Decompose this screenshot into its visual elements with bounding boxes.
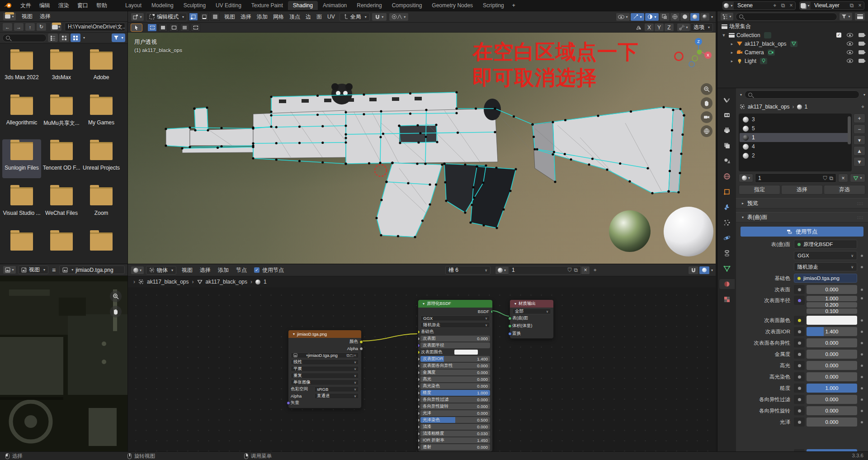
colorspace-dropdown[interactable]: sRGB∨ [314, 386, 359, 392]
unlink-button[interactable]: × [581, 266, 590, 275]
assign-button[interactable]: 指定 [739, 185, 780, 194]
folder-tile[interactable]: Zoom [82, 185, 121, 223]
workspace-tab[interactable]: Layout [120, 1, 146, 10]
select-box-invert-button[interactable] [180, 24, 189, 32]
viewport-menu-item[interactable]: 网格 [270, 12, 287, 22]
topbar-menu-item[interactable]: 文件 [16, 1, 35, 10]
viewport-menu-item[interactable]: 添加 [254, 12, 270, 22]
keyframe-dot[interactable] [859, 421, 864, 423]
select-box-intersect-button[interactable] [191, 24, 200, 32]
outliner-item[interactable]: ▸ Camera ✓ [717, 48, 868, 57]
back-button[interactable]: ← [2, 23, 13, 31]
keyframe-dot[interactable] [859, 365, 864, 367]
preview-section-header[interactable]: ▸预览:::: [736, 198, 868, 209]
output-node-header[interactable]: ▾材质输出 [510, 300, 553, 308]
input-field[interactable]: 糙度 1.000 [420, 390, 490, 396]
viewport-menu-item[interactable]: 边 [303, 12, 314, 22]
tab-physics[interactable] [719, 233, 735, 243]
hide-render-icon[interactable] [859, 42, 864, 46]
value-slider[interactable]: 0.000 [807, 350, 857, 359]
input-socket[interactable] [508, 317, 512, 320]
socket-indicator[interactable] [794, 395, 805, 404]
file-browser-menu-item[interactable]: 选择 [36, 12, 54, 21]
image-pan-button[interactable] [110, 306, 122, 318]
overlays-toggle[interactable]: ▾ [645, 13, 659, 21]
tab-material[interactable] [719, 279, 735, 289]
slot-dropdown[interactable]: 槽 6∨ [445, 266, 491, 275]
use-nodes-button[interactable]: 使用节点 [741, 227, 863, 237]
input-socket[interactable] [418, 384, 420, 388]
folder-tile[interactable]: WeChat Files [42, 185, 81, 223]
image-zoom-button[interactable] [110, 290, 122, 302]
input-socket[interactable] [418, 405, 420, 408]
hide-render-icon[interactable] [859, 50, 864, 54]
folder-tile[interactable]: Sunlogin Files [2, 139, 41, 178]
socket-indicator[interactable] [794, 285, 805, 294]
viewport-canvas[interactable]: 用户透视 (1) ak117_black_ops 在空白区域点一下 即可取消选择… [128, 33, 716, 264]
material-output-node[interactable]: ▾材质输出 全部∨ 表(曲)面 体积(体量) [509, 299, 554, 339]
bsdf-output-socket[interactable] [491, 310, 493, 313]
folder-tile[interactable] [82, 230, 121, 264]
camera-view-button[interactable] [701, 111, 712, 123]
input-field[interactable]: 光泽染色 0.500 [420, 417, 490, 423]
shader-menu-item[interactable]: 选择 [196, 266, 214, 275]
hide-viewport-icon[interactable] [847, 50, 853, 54]
tab-particles[interactable] [719, 218, 735, 228]
keyframe-dot[interactable] [859, 331, 864, 333]
value-slider[interactable]: 0.000 [807, 406, 857, 415]
slot-move-down-button[interactable]: ▼ [854, 157, 865, 166]
surface-section-header[interactable]: ▾表(曲)面:::: [736, 212, 868, 223]
socket-indicator[interactable] [794, 361, 805, 370]
workspace-tab[interactable]: Modeling [146, 1, 179, 10]
edge-select-button[interactable] [200, 13, 209, 21]
copy-icon[interactable]: ⧉ [346, 353, 349, 358]
breadcrumb-mesh[interactable]: ak117_black_ops [206, 279, 248, 285]
tab-tool[interactable] [719, 95, 735, 104]
copy-icon[interactable]: ⧉ [829, 175, 833, 181]
workspace-tab[interactable]: Texture Paint [246, 1, 288, 10]
pin-icon[interactable]: ⌖ [861, 104, 864, 110]
tab-world[interactable] [719, 171, 735, 181]
active-tool-button[interactable] [131, 24, 142, 32]
input-socket[interactable] [418, 446, 420, 449]
target-dropdown[interactable]: 全部∨ [512, 308, 551, 314]
mirror-y-button[interactable]: Y [654, 23, 664, 32]
breadcrumb-material[interactable]: 1 [264, 279, 267, 285]
workspace-tab[interactable]: Animation [318, 1, 352, 10]
shader-type-dropdown[interactable]: 物体▾ [146, 266, 176, 275]
keyframe-dot[interactable] [859, 410, 864, 412]
input-socket[interactable] [418, 412, 420, 415]
select-box-subtract-button[interactable] [169, 24, 179, 32]
input-field[interactable]: 次表面 0.000 [420, 336, 490, 341]
zoom-button[interactable] [701, 83, 712, 95]
up-button[interactable]: ↑ [25, 23, 35, 31]
hide-viewport-icon[interactable] [847, 33, 853, 37]
options-dropdown[interactable]: 选项▾ [690, 23, 713, 32]
folder-tile[interactable]: 3ds Max 2022 [2, 49, 41, 88]
folder-tile[interactable]: Visual Studio ... [2, 185, 41, 223]
node-dropdown[interactable]: 重复∨ [291, 373, 359, 379]
folder-tile[interactable]: 3dsMax [42, 49, 81, 88]
breadcrumb-object[interactable]: ak117_black_ops [147, 279, 189, 285]
outliner-filter-button[interactable]: ▾ [839, 12, 853, 21]
input-field[interactable]: 各向异性过滤 0.000 [420, 397, 490, 403]
workspace-tab[interactable]: + [509, 1, 519, 10]
file-search-input[interactable] [2, 34, 47, 42]
refresh-button[interactable]: ↻ [36, 23, 47, 31]
input-socket[interactable] [418, 439, 420, 442]
tab-object[interactable] [719, 187, 735, 197]
input-socket[interactable] [418, 330, 420, 334]
topbar-menu-item[interactable]: 窗口 [73, 1, 92, 10]
snap-magnet-button[interactable] [688, 266, 699, 275]
outliner-display-mode-button[interactable]: ▾ [720, 12, 734, 21]
tab-texture[interactable] [719, 294, 735, 304]
editor-type-button[interactable]: ▾ [131, 266, 144, 275]
collection-checkbox[interactable]: ✓ [836, 33, 841, 38]
scene-pin-icon[interactable]: ⌖ [771, 2, 779, 9]
viewport-menu-item[interactable]: 选择 [238, 12, 254, 22]
expander-icon[interactable]: ▸ [729, 50, 735, 55]
folder-tile[interactable]: My Games [82, 94, 121, 133]
new-collection-button[interactable] [854, 12, 865, 21]
socket-indicator[interactable] [794, 316, 805, 325]
gizmos-toggle[interactable]: ▾ [630, 13, 645, 21]
